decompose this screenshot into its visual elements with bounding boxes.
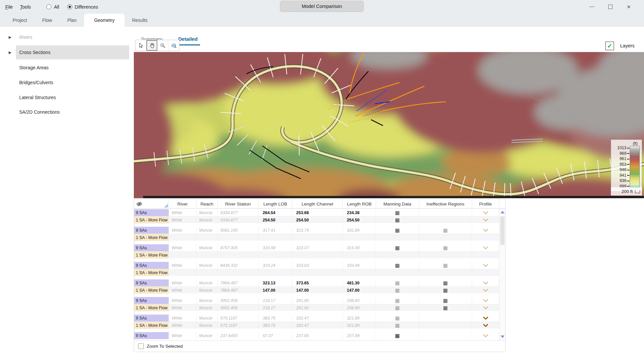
column-header[interactable]: Reach [196, 199, 218, 208]
table-row[interactable]: 9 SAs White Muncie 8757.405 316.98 323.0… [134, 244, 499, 251]
table-row[interactable]: 9 SAs White Muncie 8434.332 319.24 323.8… [134, 262, 499, 269]
table-scrollbar[interactable] [499, 208, 505, 340]
profile-cell[interactable] [472, 262, 499, 269]
profile-cell[interactable] [472, 269, 499, 276]
table-row[interactable]: 1 SA - More Flow ▦ ▦ [134, 251, 499, 258]
visibility-column-header[interactable] [134, 199, 169, 208]
ineffective-regions-cell[interactable]: ▦ [419, 287, 472, 294]
expand-arrow-icon[interactable]: ▶ [9, 35, 11, 39]
manning-data-cell[interactable]: ▦ [376, 227, 419, 234]
table-row[interactable]: 1 SA - More Flow ▦ ▦ [134, 269, 499, 276]
profile-cell[interactable] [472, 244, 499, 251]
sort-corner-icon[interactable] [164, 204, 168, 207]
nav-tab[interactable]: Geometry [84, 14, 124, 27]
layers-label[interactable]: Layers [620, 43, 635, 48]
profile-cell[interactable] [472, 279, 499, 286]
table-row[interactable]: 1 SA - More Flow White Muncie 7864.487 1… [134, 286, 499, 293]
manning-data-cell[interactable]: ▦ [376, 262, 419, 269]
zoom-to-selected-checkbox[interactable] [138, 343, 144, 349]
profile-cell[interactable] [472, 322, 499, 329]
table-row[interactable]: 1 SA - More Flow White Muncie 3952.406 2… [134, 304, 499, 311]
menu-item[interactable]: File [5, 4, 13, 10]
filter-radio[interactable]: All [46, 4, 59, 10]
column-header[interactable]: Profile [472, 199, 499, 208]
ineffective-regions-cell[interactable]: ▦ [419, 244, 472, 251]
manning-data-cell[interactable]: ▦ [376, 269, 419, 276]
manning-data-cell[interactable]: ▦ [376, 287, 419, 294]
table-row[interactable]: 9 SAs White Muncie 9334.877 264.54 253.6… [134, 209, 499, 216]
table-row[interactable]: 9 SAs White Muncie 7864.487 323.13 373.6… [134, 279, 499, 286]
scroll-down-button[interactable] [500, 334, 505, 340]
table-row[interactable]: 1 SA - More Flow White Muncie 570.1187 3… [134, 322, 499, 328]
sidebar-item[interactable]: ▶ Cross Sections [0, 47, 134, 57]
table-row[interactable]: 1 SA - More Flow ▦ ▦ [134, 234, 499, 241]
manning-data-cell[interactable]: ▦ [376, 216, 419, 223]
profile-cell[interactable] [472, 216, 499, 223]
scroll-up-button[interactable] [500, 209, 505, 215]
manning-data-cell[interactable]: ▦ [376, 234, 419, 241]
column-header[interactable]: Length ROB [343, 199, 376, 208]
close-button[interactable]: ✕ [623, 2, 635, 11]
ineffective-regions-cell[interactable]: ▦ [419, 332, 472, 339]
column-header[interactable]: River [169, 199, 196, 208]
manning-data-cell[interactable]: ▦ [376, 279, 419, 286]
manning-data-cell[interactable]: ▦ [376, 315, 419, 322]
manning-data-cell[interactable]: ▦ [376, 252, 419, 259]
nav-tab[interactable]: Plan [60, 14, 84, 27]
terrain-map[interactable]: (ft) 1013969961953946941936899 200 ft [134, 52, 644, 198]
menu-item[interactable]: Tools [20, 4, 31, 10]
pan-hand-tool-button[interactable] [146, 40, 157, 51]
column-header[interactable]: River Station [218, 199, 259, 208]
sidebar-item[interactable]: ▶ Rivers [0, 32, 134, 42]
profile-cell[interactable] [472, 287, 499, 294]
ineffective-regions-cell[interactable]: ▦ [419, 216, 472, 223]
table-row[interactable]: 9 SAs White Muncie 9081.195 317.41 323.7… [134, 227, 499, 234]
manning-data-cell[interactable]: ▦ [376, 209, 419, 216]
profile-cell[interactable] [472, 297, 499, 304]
view-tab[interactable]: Detailed [178, 33, 197, 44]
table-row[interactable]: 9 SAs White Muncie 237.6455 67.07 237.65… [134, 332, 499, 339]
zoom-window-tool-button[interactable] [168, 40, 179, 51]
ineffective-regions-cell[interactable]: ▦ [419, 279, 472, 286]
sidebar-item[interactable]: ▶ Bridges/Culverts [0, 78, 134, 88]
manning-data-cell[interactable]: ▦ [376, 297, 419, 304]
ineffective-regions-cell[interactable]: ▦ [419, 227, 472, 234]
profile-cell[interactable] [472, 332, 499, 339]
select-cursor-tool-button[interactable] [135, 40, 146, 51]
ineffective-regions-cell[interactable]: ▦ [419, 322, 472, 329]
manning-data-cell[interactable]: ▦ [376, 322, 419, 329]
sidebar-item[interactable]: ▶ SA/2D Connections [0, 107, 134, 117]
profile-cell[interactable] [472, 209, 499, 216]
nav-tab[interactable]: Results [125, 14, 155, 27]
ineffective-regions-cell[interactable]: ▦ [419, 262, 472, 269]
profile-cell[interactable] [472, 252, 499, 259]
nav-tab[interactable]: Project [5, 14, 35, 27]
maximize-button[interactable] [604, 2, 616, 11]
filter-radio[interactable]: Differences [67, 4, 98, 10]
nav-tab[interactable]: Flow [35, 14, 60, 27]
table-row[interactable]: 9 SAs White Muncie 570.1187 383.75 332.4… [134, 315, 499, 322]
profile-cell[interactable] [472, 234, 499, 241]
ineffective-regions-cell[interactable]: ▦ [419, 209, 472, 216]
scrollbar-thumb[interactable] [500, 216, 505, 245]
ineffective-regions-cell[interactable]: ▦ [419, 315, 472, 322]
manning-data-cell[interactable]: ▦ [376, 244, 419, 251]
column-header[interactable]: Length Channel [292, 199, 343, 208]
ineffective-regions-cell[interactable]: ▦ [419, 252, 472, 259]
manning-data-cell[interactable]: ▦ [376, 332, 419, 339]
profile-cell[interactable] [472, 315, 499, 322]
table-row[interactable]: 1 SA - More Flow White Muncie 9334.877 2… [134, 216, 499, 223]
zoom-in-tool-button[interactable] [157, 40, 168, 51]
ineffective-regions-cell[interactable]: ▦ [419, 304, 472, 311]
table-row[interactable]: 9 SAs White Muncie 3952.406 218.17 261.6… [134, 297, 499, 304]
column-header[interactable]: Ineffective Regions [419, 199, 472, 208]
column-header[interactable]: Length LOB [259, 199, 292, 208]
layers-checkbox[interactable]: ✓ [605, 41, 614, 50]
ineffective-regions-cell[interactable]: ▦ [419, 234, 472, 241]
sidebar-item[interactable]: ▶ Lateral Structures [0, 92, 134, 102]
expand-arrow-icon[interactable]: ▶ [9, 50, 11, 55]
profile-cell[interactable] [472, 304, 499, 311]
manning-data-cell[interactable]: ▦ [376, 304, 419, 311]
column-header[interactable]: Manning Data [376, 199, 419, 208]
ineffective-regions-cell[interactable]: ▦ [419, 297, 472, 304]
